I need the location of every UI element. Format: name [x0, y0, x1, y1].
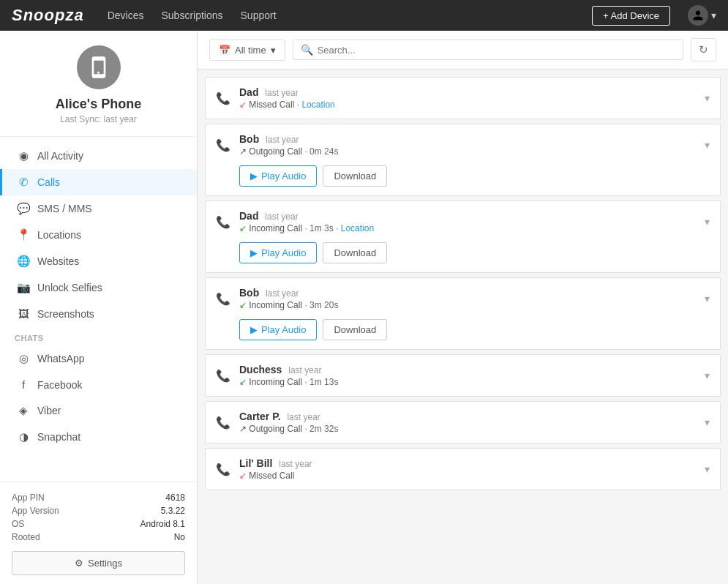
all-activity-icon: ◉: [17, 149, 30, 162]
expand-icon[interactable]: ▾: [705, 463, 710, 475]
call-header: 📞 Bob last year ↗ Outgoing Call · 0m 24s…: [206, 124, 720, 165]
expand-icon[interactable]: ▾: [705, 92, 710, 104]
call-detail: ↙ Incoming Call · 1m 13s: [239, 377, 696, 387]
outgoing-arrow: ↗: [239, 146, 247, 157]
play-audio-button[interactable]: ▶ Play Audio: [239, 165, 317, 187]
add-device-button[interactable]: + Add Device: [592, 6, 670, 26]
snapchat-icon: ◑: [17, 430, 30, 443]
sidebar: Alice's Phone Last Sync: last year ◉ All…: [0, 31, 198, 584]
expand-icon[interactable]: ▾: [705, 139, 710, 151]
sidebar-item-unlock-selfies[interactable]: 📷 Unlock Selfies: [0, 274, 197, 301]
search-input[interactable]: [318, 45, 675, 56]
call-info: Dad last year ↙ Incoming Call · 1m 3s · …: [239, 210, 696, 233]
phone-icon: 📞: [216, 215, 230, 229]
call-list: 📞 Dad last year ↙ Missed Call · Location…: [198, 70, 728, 584]
whatsapp-icon: ◎: [17, 352, 30, 365]
device-sync: Last Sync: last year: [12, 114, 185, 124]
incoming-arrow: ↙: [239, 300, 247, 310]
refresh-button[interactable]: ↻: [691, 38, 716, 61]
expand-icon[interactable]: ▾: [705, 293, 710, 304]
call-name-line: Duchess last year: [239, 364, 696, 375]
download-button[interactable]: Download: [323, 165, 387, 187]
sidebar-item-facebook[interactable]: f Facebook: [0, 372, 197, 397]
phone-icon: 📞: [216, 463, 230, 476]
call-name-line: Bob last year: [239, 133, 696, 145]
viber-icon: ◈: [17, 404, 30, 417]
sidebar-item-label: WhatsApp: [37, 353, 85, 364]
call-detail: ↙ Incoming Call · 3m 20s: [239, 300, 696, 310]
sidebar-item-whatsapp[interactable]: ◎ WhatsApp: [0, 345, 197, 372]
missed-arrow: ↙: [239, 471, 247, 481]
sms-icon: 💬: [17, 202, 30, 215]
chevron-down-icon: ▾: [711, 10, 716, 21]
call-time: last year: [265, 211, 298, 222]
sidebar-item-snapchat[interactable]: ◑ Snapchat: [0, 424, 197, 450]
call-detail: ↙ Missed Call: [239, 471, 696, 481]
nav-devices[interactable]: Devices: [108, 10, 144, 21]
sidebar-item-label: Unlock Selfies: [37, 282, 102, 293]
expand-icon[interactable]: ▾: [705, 416, 710, 428]
sidebar-item-sms[interactable]: 💬 SMS / MMS: [0, 195, 197, 222]
call-time: last year: [287, 412, 320, 422]
sidebar-item-all-activity[interactable]: ◉ All Activity: [0, 143, 197, 169]
calls-icon: ✆: [17, 176, 30, 189]
call-card: 📞 Bob last year ↙ Incoming Call · 3m 20s…: [205, 277, 721, 350]
call-header: 📞 Bob last year ↙ Incoming Call · 3m 20s…: [206, 278, 720, 319]
sidebar-item-locations[interactable]: 📍 Locations: [0, 222, 197, 248]
sidebar-item-calls[interactable]: ✆ Calls: [0, 169, 197, 195]
call-name-line: Bob last year: [239, 287, 696, 299]
call-actions: ▶ Play Audio Download: [206, 165, 720, 195]
location-link[interactable]: Location: [341, 223, 374, 233]
calendar-icon: 📅: [219, 45, 230, 56]
sidebar-item-viber[interactable]: ◈ Viber: [0, 397, 197, 424]
incoming-arrow: ↙: [239, 377, 247, 387]
call-detail: ↗ Outgoing Call · 0m 24s: [239, 146, 696, 157]
call-detail: ↗ Outgoing Call · 2m 32s: [239, 424, 696, 434]
download-button[interactable]: Download: [323, 242, 387, 263]
gear-icon: ⚙: [75, 558, 83, 569]
play-audio-button[interactable]: ▶ Play Audio: [239, 242, 317, 263]
nav-subscriptions[interactable]: Subscriptions: [161, 10, 222, 21]
expand-icon[interactable]: ▾: [705, 370, 710, 381]
call-header: 📞 Carter P. last year ↗ Outgoing Call · …: [206, 402, 720, 443]
caller-name: Dad: [239, 86, 258, 98]
sidebar-item-screenshots[interactable]: 🖼 Screenshots: [0, 301, 197, 326]
device-info: Alice's Phone Last Sync: last year: [0, 31, 197, 137]
settings-button[interactable]: ⚙ Settings: [12, 551, 185, 575]
call-header: 📞 Lil' Bill last year ↙ Missed Call ▾: [206, 449, 720, 490]
chats-section-label: CHATS: [0, 326, 197, 345]
phone-icon: 📞: [216, 138, 230, 152]
call-actions: ▶ Play Audio Download: [206, 319, 720, 349]
download-button[interactable]: Download: [323, 319, 387, 340]
locations-icon: 📍: [17, 228, 30, 242]
call-duration: 1m 13s: [309, 377, 338, 387]
play-audio-button[interactable]: ▶ Play Audio: [239, 319, 317, 340]
call-info: Lil' Bill last year ↙ Missed Call: [239, 457, 696, 481]
app-pin-row: App PIN 4618: [12, 491, 185, 504]
location-link[interactable]: Location: [301, 100, 334, 110]
time-filter-button[interactable]: 📅 All time ▾: [209, 40, 285, 61]
sidebar-footer: App PIN 4618 App Version 5.3.22 OS Andro…: [0, 482, 197, 584]
call-card: 📞 Dad last year ↙ Missed Call · Location…: [205, 77, 721, 119]
user-menu[interactable]: ▾: [688, 5, 716, 26]
play-icon: ▶: [250, 247, 258, 258]
call-time: last year: [279, 459, 312, 469]
rooted-row: Rooted No: [12, 531, 185, 544]
sidebar-navigation: ◉ All Activity✆ Calls💬 SMS / MMS📍 Locati…: [0, 137, 197, 482]
call-actions: ▶ Play Audio Download: [206, 242, 720, 272]
nav-support[interactable]: Support: [241, 10, 277, 21]
call-detail: ↙ Missed Call · Location: [239, 100, 696, 110]
call-info: Bob last year ↙ Incoming Call · 3m 20s: [239, 287, 696, 310]
call-card: 📞 Lil' Bill last year ↙ Missed Call ▾: [205, 448, 721, 490]
sidebar-item-websites[interactable]: 🌐 Websites: [0, 248, 197, 274]
call-header: 📞 Dad last year ↙ Incoming Call · 1m 3s …: [206, 201, 720, 242]
call-duration: 3m 20s: [309, 300, 338, 310]
call-info: Bob last year ↗ Outgoing Call · 0m 24s: [239, 133, 696, 157]
websites-icon: 🌐: [17, 255, 30, 268]
caller-name: Dad: [239, 210, 258, 222]
filter-label: All time: [235, 45, 266, 56]
device-name: Alice's Phone: [12, 97, 185, 112]
call-time: last year: [266, 288, 299, 299]
sidebar-item-label: All Activity: [37, 150, 83, 162]
expand-icon[interactable]: ▾: [705, 216, 710, 228]
